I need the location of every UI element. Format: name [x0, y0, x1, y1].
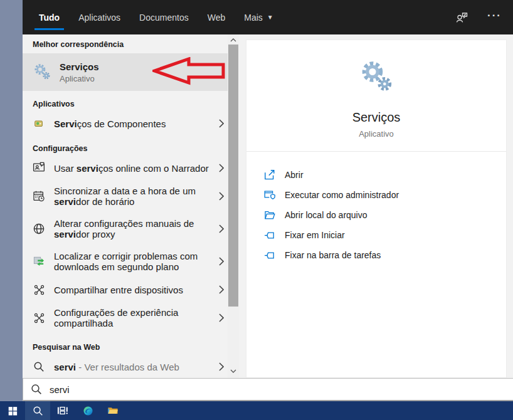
tab-web[interactable]: Web	[208, 0, 226, 34]
settings-section-header: Configurações	[33, 144, 228, 153]
header-actions: ···	[455, 0, 502, 34]
flyout-body: Melhor correspondência Serviços Aplicati…	[23, 34, 513, 378]
chevron-down-icon: ▼	[267, 14, 273, 21]
rest-text: ços de Componentes	[77, 118, 166, 129]
search-icon	[31, 384, 42, 395]
search-bar[interactable]	[23, 378, 513, 401]
search-input[interactable]	[50, 384, 505, 395]
best-match-item[interactable]: Serviços Aplicativo	[23, 53, 228, 91]
chevron-right-icon	[219, 224, 224, 233]
calendar-clock-icon	[33, 190, 45, 202]
best-match-subtitle: Aplicativo	[60, 74, 99, 83]
result-narrator-services[interactable]: Usar serviços online com o Narrador	[33, 156, 228, 180]
result-shared-experience[interactable]: Configurações de experiência compartilha…	[33, 302, 228, 334]
chevron-right-icon	[219, 313, 224, 322]
apps-section-header: Aplicativos	[33, 100, 228, 108]
action-label: Executar como administrador	[285, 190, 399, 200]
best-match-header: Melhor correspondência	[33, 40, 228, 49]
windows-logo-icon	[8, 406, 18, 416]
action-run-as-admin[interactable]: Executar como administrador	[264, 185, 506, 205]
services-gears-icon	[356, 59, 397, 95]
share-devices-icon	[33, 312, 45, 324]
scrollbar-thumb[interactable]	[228, 45, 238, 307]
globe-icon	[33, 223, 45, 235]
open-icon	[264, 169, 275, 181]
taskbar	[0, 401, 513, 420]
action-pin-to-taskbar[interactable]: Fixar na barra de tarefas	[264, 245, 506, 265]
tab-documents[interactable]: Documentos	[139, 0, 189, 34]
action-label: Abrir local do arquivo	[285, 210, 368, 220]
chevron-right-icon	[219, 119, 224, 128]
action-open-file-location[interactable]: Abrir local do arquivo	[264, 205, 506, 225]
tab-all[interactable]: Tudo	[39, 0, 60, 34]
match-text: servi	[54, 229, 76, 239]
preview-actions: Abrir Executar como administrador	[246, 152, 506, 265]
pre-text: Alterar configurações manuais de	[54, 218, 194, 229]
action-label: Fixar em Iniciar	[285, 230, 345, 240]
preview-subtitle: Aplicativo	[246, 129, 506, 139]
match-text: servi	[54, 362, 76, 372]
chevron-right-icon	[219, 192, 224, 201]
action-pin-to-start[interactable]: Fixar em Iniciar	[264, 225, 506, 245]
preview-header: Serviços Aplicativo	[246, 40, 506, 139]
search-tabs-bar: Tudo Aplicativos Documentos Web Mais ▼	[23, 0, 513, 34]
edge-button[interactable]	[75, 401, 100, 420]
result-share-devices[interactable]: Compartilhar entre dispositivos	[33, 278, 228, 302]
web-section-header: Pesquisar na Web	[33, 343, 228, 352]
task-view-icon	[57, 405, 68, 416]
results-scrollbar[interactable]	[228, 34, 239, 378]
tab-documents-label: Documentos	[139, 13, 189, 23]
rest-text: - Ver resultados da Web	[76, 362, 179, 372]
pre-text: Localizar e corrigir problemas com downl…	[54, 251, 198, 272]
file-location-icon	[264, 209, 275, 221]
search-icon	[33, 406, 43, 416]
more-options-button[interactable]: ···	[487, 9, 502, 26]
pre-text: Compartilhar entre dispositivos	[54, 285, 183, 295]
tab-apps-label: Aplicativos	[78, 13, 120, 23]
file-explorer-icon	[107, 405, 119, 416]
run-as-admin-icon	[264, 189, 275, 201]
chevron-right-icon	[219, 164, 224, 172]
best-match-texts: Serviços Aplicativo	[60, 61, 99, 83]
file-explorer-button[interactable]	[100, 401, 125, 420]
action-label: Fixar na barra de tarefas	[285, 250, 381, 260]
result-label: Alterar configurações manuais de servido…	[54, 218, 212, 239]
preview-area: Serviços Aplicativo Abrir	[246, 39, 507, 378]
tab-more-label: Mais	[244, 13, 263, 23]
result-label: Configurações de experiência compartilha…	[54, 307, 212, 328]
search-flyout: Tudo Aplicativos Documentos Web Mais ▼	[23, 0, 513, 401]
pre-text: Sincronizar a data e a hora de um	[54, 186, 196, 196]
match-text: Servi	[54, 118, 77, 129]
chevron-up-icon	[230, 38, 236, 42]
preview-title: Serviços	[246, 110, 506, 125]
result-web-search[interactable]: servi - Ver resultados da Web	[33, 355, 228, 378]
tab-all-label: Tudo	[39, 13, 60, 23]
account-feedback-button[interactable]	[455, 11, 468, 24]
result-label: Sincronizar a data e a hora de um servid…	[54, 186, 212, 207]
troubleshoot-icon	[33, 255, 45, 268]
pre-text: Configurações de experiência compartilha…	[54, 307, 178, 328]
tab-more[interactable]: Mais ▼	[244, 0, 273, 34]
pin-to-start-icon	[264, 229, 275, 241]
tab-apps[interactable]: Aplicativos	[78, 0, 120, 34]
result-troubleshoot-downloads[interactable]: Localizar e corrigir problemas com downl…	[33, 245, 228, 278]
action-label: Abrir	[285, 170, 304, 180]
services-gears-icon	[33, 63, 51, 81]
pre-text: Usar	[54, 163, 77, 174]
scroll-up-button[interactable]	[228, 36, 239, 45]
scroll-down-button[interactable]	[228, 367, 239, 375]
result-label: Usar serviços online com o Narrador	[54, 163, 209, 174]
preview-panel: Serviços Aplicativo Abrir	[246, 39, 507, 378]
result-sync-time[interactable]: Sincronizar a data e a hora de um servid…	[33, 180, 228, 213]
match-text: servi	[54, 196, 76, 207]
result-component-services[interactable]: Serviços de Componentes	[33, 112, 228, 135]
result-label: Localizar e corrigir problemas com downl…	[54, 251, 212, 272]
user-chat-icon	[455, 11, 468, 24]
narrator-icon	[33, 162, 45, 174]
action-open[interactable]: Abrir	[264, 165, 506, 185]
start-button[interactable]	[0, 401, 25, 420]
taskbar-search-button[interactable]	[25, 401, 50, 420]
task-view-button[interactable]	[50, 401, 75, 420]
result-proxy-settings[interactable]: Alterar configurações manuais de servido…	[33, 213, 228, 245]
share-devices-icon	[33, 283, 45, 296]
